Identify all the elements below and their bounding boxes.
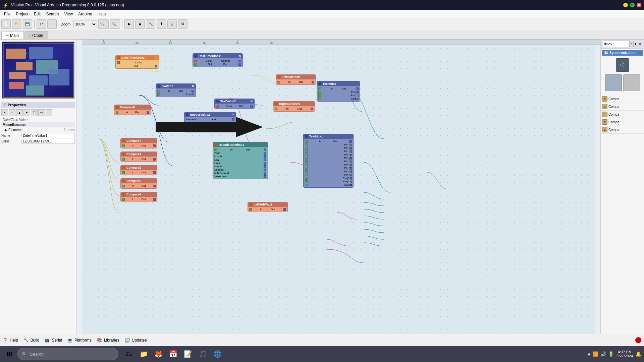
tray-volume-icon[interactable]: 🔊 [600,351,606,357]
port-in-pin[interactable] [275,108,277,110]
menu-edit[interactable]: Edit [31,11,44,17]
port-pin2[interactable] [305,150,308,153]
port-in-pin[interactable] [122,144,125,147]
node-real-time-clock1[interactable]: RealTimeClock1 ✕ Clock Control Set Out [193,53,243,67]
node-close-button[interactable]: ✕ [192,84,194,88]
port-out-pin[interactable] [311,108,313,110]
port-pin9[interactable] [305,174,308,176]
menu-search[interactable]: Search [43,11,61,17]
menu-arduino[interactable]: Arduino [75,11,95,17]
menu-project[interactable]: Project [13,11,31,17]
search-clear-button[interactable]: ✕ [630,41,634,47]
tray-up-icon[interactable]: ∧ [587,351,591,357]
save-button[interactable]: 💾 [23,19,32,29]
port-in-pin[interactable] [214,148,217,151]
status-platforms[interactable]: 💻 Platforms [67,338,92,343]
taskbar-chrome-icon[interactable]: 🌐 [211,347,224,361]
prop-copy-button[interactable]: 📋 [31,109,38,116]
serial-button[interactable]: 📡 [167,19,177,29]
port-millisecond-pin[interactable] [264,172,266,175]
component-item-2[interactable]: C Compa [601,103,644,111]
taskbar-search[interactable]: 🔍 Search [17,348,118,360]
node-decode-datetime1[interactable]: DecodeDatetime1 In Out Year Month [213,142,268,179]
port-pin1-pin[interactable] [318,94,321,97]
port-month-pin[interactable] [264,155,266,158]
component-item-3[interactable]: C Compa [601,111,644,118]
node-text-mux1[interactable]: TextMux1 In Out Pin [0] Pin [1] Pin [2] … [303,134,354,188]
maximize-button[interactable]: □ [630,3,635,7]
node-right-sub-text1[interactable]: RightSubText1 In Out [273,101,315,112]
close-button[interactable]: ✕ [637,3,641,7]
port-clock-pin[interactable] [117,61,120,64]
port-in-pin[interactable] [305,140,308,143]
port-in-pin[interactable] [277,81,280,83]
sync-component-icon[interactable] [605,74,622,91]
node-left-sub-text2[interactable]: LeftSubText2 In Out [248,202,288,212]
port-pin1[interactable] [305,147,308,149]
taskbar-firefox-icon[interactable]: 🦊 [152,347,165,361]
port-day-pin[interactable] [264,159,266,161]
port-year-pin[interactable] [264,152,266,155]
search-filter-button[interactable]: ⬇ [634,41,638,47]
port-out-pin[interactable] [155,65,157,67]
node-compare1[interactable]: Compare1 In Out [120,152,157,162]
new-button[interactable]: 📄 [1,19,11,29]
port-out-pin[interactable] [192,90,194,93]
port-out-pin[interactable] [153,171,156,174]
port-minute-pin[interactable] [264,165,266,168]
sync-component-icon2[interactable] [623,74,640,91]
build-button[interactable]: 🔨 [146,19,155,29]
status-error-indicator[interactable] [635,337,641,343]
zoom-in-button[interactable]: 🔍+ [98,19,108,29]
tray-network-icon[interactable]: 📶 [593,351,598,357]
status-build[interactable]: 🔨 Build [23,338,40,343]
zoom-select[interactable]: 100% [73,20,97,28]
port-select-pin[interactable] [305,184,308,186]
port-clock-pin[interactable] [194,60,197,62]
node-text-value2[interactable]: TextValue2 ✕ Clock Out [214,99,255,109]
node-compare2[interactable]: Compare2 In Out [120,165,157,175]
port-pin3[interactable] [305,154,308,156]
prop-edit-button[interactable]: ✏ [38,109,45,116]
port-out-pin[interactable] [250,105,253,108]
status-updates[interactable]: 🔄 Updates [125,338,147,343]
component-item-1[interactable]: C Compa [601,95,644,103]
port-pin4[interactable] [305,157,308,160]
taskbar-clock[interactable]: 4:37 PM 9/27/2024 [616,350,633,358]
node-compare3[interactable]: Compare3 In Out [120,178,157,189]
port-in-pin[interactable] [116,111,118,114]
port-out-pin[interactable] [147,111,149,114]
port-in-pin[interactable] [122,171,125,174]
port-out-pin[interactable] [153,158,156,161]
port-enable-pin[interactable] [157,93,160,96]
port-clock-pin[interactable] [216,105,219,108]
start-button[interactable]: ⊞ [3,347,16,361]
port-second-pin[interactable] [264,169,266,171]
component-item-5[interactable]: C Compa [601,126,644,134]
port-hour-pin[interactable] [264,162,266,165]
port-in-pin[interactable] [122,158,125,161]
node-close-button[interactable]: ✕ [238,54,241,58]
node-close-button[interactable]: ✕ [155,56,157,59]
port-pin6[interactable] [305,164,308,166]
node-switch1[interactable]: Switch1 ✕ In Out Enable [156,83,196,97]
notification-icon[interactable]: 🔔 [636,351,641,357]
port-in-pin[interactable] [318,87,321,90]
port-pin8[interactable] [305,170,308,173]
tab-main[interactable]: ✏ Main [1,31,24,39]
search-more-button[interactable]: ≡ [638,41,642,47]
status-libraries[interactable]: 📚 Libraries [97,338,119,343]
canvas[interactable]: DateTimeValue1 ✕ Clock Out [82,45,595,345]
canvas-area[interactable]: 40 50 60 70 80 90 [76,40,600,350]
node-compare7[interactable]: Compare7 In Out [120,138,157,148]
taskbar-notepad-icon[interactable]: 📝 [181,347,195,361]
port-in-pin[interactable] [122,185,125,187]
tray-battery-icon[interactable]: 🔋 [608,351,614,357]
menu-help[interactable]: Help [95,11,109,17]
port-out-pin[interactable] [356,87,359,90]
node-compare8[interactable]: Compare8 In Out [114,105,151,115]
node-close-button[interactable]: ✕ [250,100,253,103]
prop-down-button[interactable]: ▼ [23,109,30,116]
port-pin0-pin[interactable] [318,91,321,94]
port-out-pin[interactable] [153,185,156,187]
